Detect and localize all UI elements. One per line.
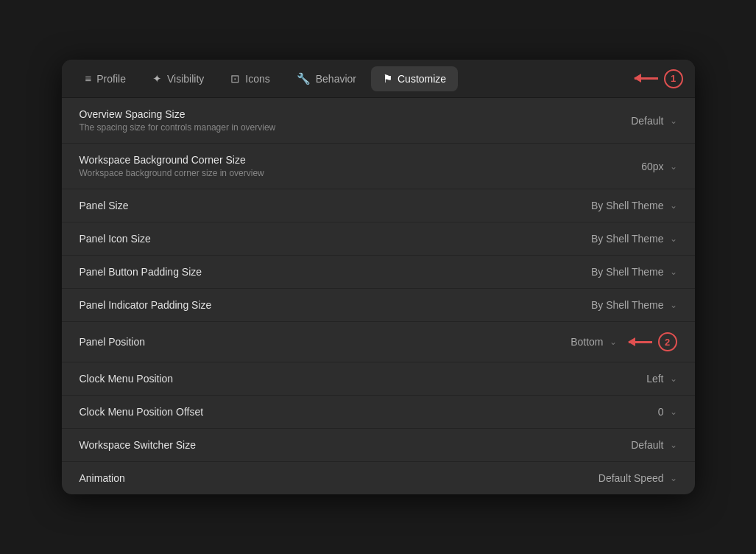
settings-row-animation[interactable]: AnimationDefault Speed⌄ [62, 462, 695, 494]
row-value-animation: Default Speed [598, 472, 664, 484]
chevron-down-icon: ⌄ [670, 440, 677, 450]
row-left-panel-icon-size: Panel Icon Size [80, 233, 151, 245]
tab-customize-label: Customize [398, 73, 446, 85]
settings-row-panel-button-padding-size[interactable]: Panel Button Padding SizeBy Shell Theme⌄ [62, 256, 695, 289]
row-title-panel-indicator-padding-size: Panel Indicator Padding Size [80, 299, 212, 311]
tab-icons[interactable]: ⊡ Icons [219, 66, 281, 91]
row-right-overview-spacing-size: Default⌄ [631, 115, 676, 127]
row-right-panel-icon-size: By Shell Theme⌄ [591, 233, 677, 245]
settings-row-panel-position[interactable]: Panel PositionBottom⌄2 [62, 322, 695, 362]
settings-row-workspace-background-corner-size[interactable]: Workspace Background Corner SizeWorkspac… [62, 144, 695, 189]
visibility-icon: ✦ [152, 72, 162, 85]
tab-bar: ≡ Profile ✦ Visibility ⊡ Icons 🔧 Behavio… [62, 60, 695, 98]
settings-row-panel-icon-size[interactable]: Panel Icon SizeBy Shell Theme⌄ [62, 222, 695, 256]
row-left-clock-menu-position-offset: Clock Menu Position Offset [80, 406, 204, 418]
row-right-workspace-background-corner-size: 60px⌄ [641, 161, 676, 172]
chevron-down-icon: ⌄ [670, 161, 677, 172]
settings-row-overview-spacing-size[interactable]: Overview Spacing SizeThe spacing size fo… [62, 98, 695, 144]
row-right-panel-button-padding-size: By Shell Theme⌄ [591, 266, 677, 278]
row-title-workspace-background-corner-size: Workspace Background Corner Size [80, 154, 264, 166]
chevron-down-icon: ⌄ [670, 374, 677, 384]
row-left-panel-button-padding-size: Panel Button Padding Size [80, 266, 202, 278]
settings-list: Overview Spacing SizeThe spacing size fo… [62, 98, 695, 494]
row-title-panel-size: Panel Size [80, 200, 129, 211]
row-right-animation: Default Speed⌄ [598, 472, 677, 484]
chevron-down-icon: ⌄ [610, 337, 617, 347]
row-title-overview-spacing-size: Overview Spacing Size [80, 108, 276, 120]
row-subtitle-overview-spacing-size: The spacing size for controls manager in… [80, 122, 276, 133]
row-left-panel-size: Panel Size [80, 200, 129, 211]
settings-window: ≡ Profile ✦ Visibility ⊡ Icons 🔧 Behavio… [62, 60, 695, 494]
row-title-clock-menu-position-offset: Clock Menu Position Offset [80, 406, 204, 418]
chevron-down-icon: ⌄ [670, 116, 677, 126]
customize-icon: ⚑ [383, 72, 392, 85]
row-title-panel-button-padding-size: Panel Button Padding Size [80, 266, 202, 278]
annotation-2-area: 2 [629, 332, 677, 351]
settings-row-clock-menu-position[interactable]: Clock Menu PositionLeft⌄ [62, 362, 695, 396]
chevron-down-icon: ⌄ [670, 267, 677, 277]
icons-icon: ⊡ [230, 72, 240, 85]
row-value-panel-size: By Shell Theme [591, 200, 664, 211]
row-left-clock-menu-position: Clock Menu Position [80, 373, 174, 385]
row-value-workspace-switcher-size: Default [631, 439, 663, 451]
behavior-icon: 🔧 [297, 72, 311, 85]
row-right-panel-size: By Shell Theme⌄ [591, 200, 677, 211]
chevron-down-icon: ⌄ [670, 407, 677, 417]
tab-visibility-label: Visibility [167, 73, 204, 85]
tab-profile[interactable]: ≡ Profile [74, 66, 138, 91]
chevron-down-icon: ⌄ [670, 234, 677, 244]
row-title-workspace-switcher-size: Workspace Switcher Size [80, 439, 196, 451]
row-title-clock-menu-position: Clock Menu Position [80, 373, 174, 385]
row-value-overview-spacing-size: Default [631, 115, 663, 127]
row-right-panel-position: Bottom⌄2 [570, 332, 676, 351]
row-right-clock-menu-position-offset: 0⌄ [658, 406, 677, 418]
chevron-down-icon: ⌄ [670, 200, 677, 211]
annotation-1-circle: 1 [664, 69, 683, 88]
row-right-workspace-switcher-size: Default⌄ [631, 439, 676, 451]
row-title-animation: Animation [80, 472, 125, 484]
annotation-2-circle: 2 [658, 332, 677, 351]
settings-row-panel-indicator-padding-size[interactable]: Panel Indicator Padding SizeBy Shell The… [62, 289, 695, 322]
arrow-1 [635, 77, 658, 80]
settings-row-workspace-switcher-size[interactable]: Workspace Switcher SizeDefault⌄ [62, 429, 695, 462]
tab-profile-label: Profile [96, 73, 126, 85]
row-value-workspace-background-corner-size: 60px [641, 161, 663, 172]
tab-behavior-label: Behavior [316, 73, 356, 85]
row-left-workspace-switcher-size: Workspace Switcher Size [80, 439, 196, 451]
row-title-panel-icon-size: Panel Icon Size [80, 233, 151, 245]
row-value-clock-menu-position: Left [646, 373, 663, 385]
chevron-down-icon: ⌄ [670, 473, 677, 483]
row-subtitle-workspace-background-corner-size: Workspace background corner size in over… [80, 168, 264, 178]
row-value-panel-icon-size: By Shell Theme [591, 233, 664, 245]
row-left-workspace-background-corner-size: Workspace Background Corner SizeWorkspac… [80, 154, 264, 178]
row-value-panel-button-padding-size: By Shell Theme [591, 266, 664, 278]
row-value-panel-position: Bottom [570, 336, 603, 348]
arrow-2 [629, 341, 652, 343]
row-value-panel-indicator-padding-size: By Shell Theme [591, 299, 664, 311]
row-right-panel-indicator-padding-size: By Shell Theme⌄ [591, 299, 677, 311]
annotation-1-area: 1 [635, 69, 683, 88]
row-value-clock-menu-position-offset: 0 [658, 406, 664, 418]
settings-row-panel-size[interactable]: Panel SizeBy Shell Theme⌄ [62, 189, 695, 222]
row-right-clock-menu-position: Left⌄ [646, 373, 676, 385]
row-left-overview-spacing-size: Overview Spacing SizeThe spacing size fo… [80, 108, 276, 133]
row-left-panel-position: Panel Position [80, 336, 146, 348]
row-left-animation: Animation [80, 472, 125, 484]
settings-row-clock-menu-position-offset[interactable]: Clock Menu Position Offset0⌄ [62, 396, 695, 429]
tab-behavior[interactable]: 🔧 Behavior [285, 66, 368, 91]
row-title-panel-position: Panel Position [80, 336, 146, 348]
row-left-panel-indicator-padding-size: Panel Indicator Padding Size [80, 299, 212, 311]
tab-icons-label: Icons [245, 73, 269, 85]
tab-customize[interactable]: ⚑ Customize [371, 66, 458, 91]
tab-visibility[interactable]: ✦ Visibility [141, 66, 216, 91]
profile-icon: ≡ [85, 72, 92, 85]
chevron-down-icon: ⌄ [670, 300, 677, 310]
